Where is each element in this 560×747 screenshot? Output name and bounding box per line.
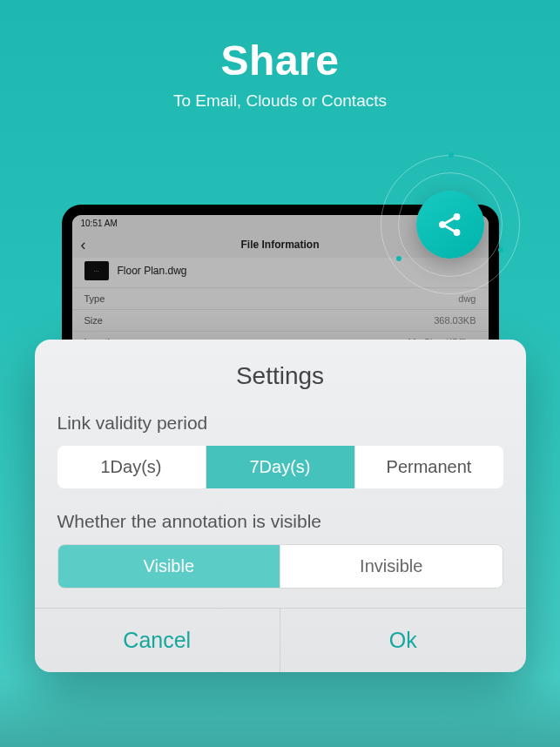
modal-actions: Cancel Ok [35,608,526,672]
share-orbit [381,155,520,294]
hero-subtitle: To Email, Clouds or Contacts [17,91,543,111]
share-button[interactable] [416,191,484,259]
hero-title: Share [17,37,543,84]
validity-option-1day[interactable]: 1Day(s) [57,446,206,488]
svg-line-4 [445,226,455,232]
visibility-option-visible[interactable]: Visible [58,545,281,588]
share-icon [435,209,466,240]
visibility-option-invisible[interactable]: Invisible [280,545,503,588]
bottom-shadow [0,677,560,747]
settings-modal: Settings Link validity period 1Day(s) 7D… [35,340,526,672]
orbit-dot [396,256,401,261]
validity-label: Link validity period [35,409,526,446]
validity-segment: 1Day(s) 7Day(s) Permanent [57,446,503,488]
modal-title: Settings [35,340,526,409]
svg-line-3 [445,219,455,224]
orbit-dot [498,247,503,252]
ok-button[interactable]: Ok [280,609,526,672]
cancel-button[interactable]: Cancel [35,609,281,672]
visibility-label: Whether the annotation is visible [35,508,526,544]
hero: Share To Email, Clouds or Contacts [0,0,560,128]
orbit-dot [449,152,454,158]
validity-option-7day[interactable]: 7Day(s) [206,446,355,488]
visibility-segment: Visible Invisible [57,544,503,589]
validity-option-permanent[interactable]: Permanent [355,446,503,488]
